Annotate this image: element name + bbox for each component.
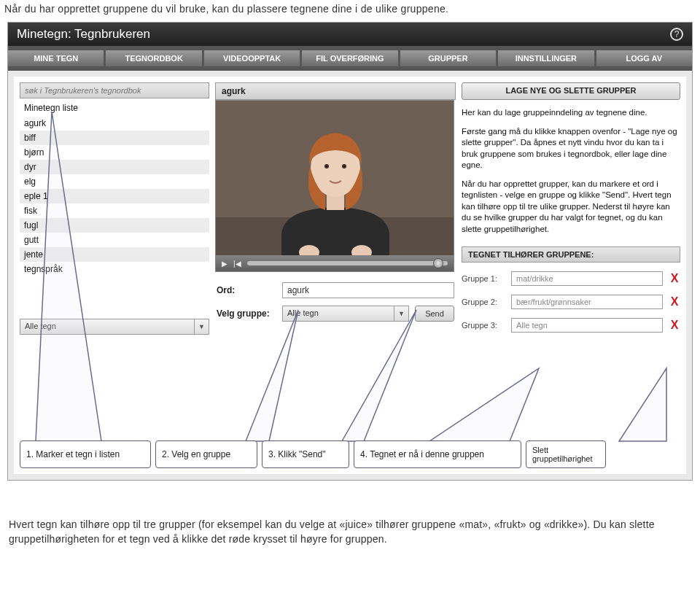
restart-icon[interactable]: |◀ <box>233 260 241 268</box>
tab-tegnordbok[interactable]: TEGNORDBOK <box>106 50 203 66</box>
scrubber-thumb[interactable] <box>433 258 443 268</box>
group-panel-title: TEGNET TILHØRER GRUPPENE: <box>462 246 680 263</box>
middle-column: agurk <box>215 82 456 335</box>
tab-filoverforing[interactable]: FIL OVERFØRING <box>302 50 400 66</box>
delete-group-icon[interactable]: X <box>669 295 680 308</box>
play-icon[interactable]: ▶ <box>222 260 228 268</box>
main-menu: MINE TEGN TEGNORDBOK VIDEOOPPTAK FIL OVE… <box>8 46 692 71</box>
page-intro-text: Når du har opprettet gruppene du vil bru… <box>0 0 700 22</box>
callout-delete: Slett gruppetilhørighet <box>526 440 606 468</box>
callout-step-4: 4. Tegnet er nå i denne gruppen <box>354 440 521 468</box>
group-row: Gruppe 2: X <box>462 295 680 309</box>
tab-innstillinger[interactable]: INNSTILLINGER <box>498 50 596 66</box>
callout-step-3: 3. Klikk "Send" <box>262 440 349 468</box>
left-column: Minetegn liste agurk biff bjørn dyr elg … <box>20 82 209 335</box>
svg-marker-11 <box>429 368 539 441</box>
list-item[interactable]: jente <box>20 247 209 262</box>
tab-grupper[interactable]: GRUPPER <box>400 50 498 66</box>
velg-gruppe-label: Velg gruppe: <box>217 308 276 319</box>
search-input[interactable] <box>20 82 209 98</box>
list-item[interactable]: dyr <box>20 160 209 174</box>
right-column: LAGE NYE OG SLETTE GRUPPER Her kan du la… <box>462 82 680 335</box>
help-paragraph: Her kan du lage gruppeinndeling av tegne… <box>462 107 680 119</box>
chevron-down-icon: ▼ <box>394 306 408 321</box>
tab-logg-av[interactable]: LOGG AV <box>596 50 692 66</box>
group-row-label: Gruppe 3: <box>462 321 505 330</box>
group-dropdown[interactable]: Alle tegn ▼ <box>282 306 409 322</box>
tab-mine-tegn[interactable]: MINE TEGN <box>8 50 106 66</box>
svg-point-4 <box>324 164 329 168</box>
group-row-value[interactable] <box>511 295 663 309</box>
svg-point-5 <box>342 164 346 168</box>
group-row-value[interactable] <box>511 271 663 286</box>
list-item[interactable]: bjørn <box>20 145 209 160</box>
list-item[interactable]: tegnspråk <box>20 262 209 276</box>
help-paragraph: Første gang må du klikke knappen ovenfor… <box>462 126 680 171</box>
list-item[interactable]: biff <box>20 131 209 145</box>
list-item[interactable]: eple 1 <box>20 189 209 203</box>
video-controls: ▶ |◀ <box>216 255 454 271</box>
help-icon[interactable]: ? <box>670 28 683 41</box>
page-outro-text: Hvert tegn kan tilhøre opp til tre grupp… <box>0 481 700 547</box>
list-item[interactable]: gutt <box>20 233 209 247</box>
callout-bar: 1. Marker et tegn i listen 2. Velg en gr… <box>20 440 680 468</box>
svg-marker-12 <box>619 368 666 441</box>
group-row: Gruppe 1: X <box>462 271 680 286</box>
assign-form: Ord: Velg gruppe: Alle tegn ▼ Send <box>215 282 456 322</box>
group-dropdown-value: Alle tegn <box>283 306 394 321</box>
delete-group-icon[interactable]: X <box>669 272 680 285</box>
app-title: Minetegn: Tegnbrukeren <box>17 27 150 42</box>
list-item[interactable]: elg <box>20 174 209 189</box>
video-player[interactable]: ▶ |◀ <box>215 100 454 272</box>
list-item[interactable]: agurk <box>20 116 209 131</box>
make-delete-groups-button[interactable]: LAGE NYE OG SLETTE GRUPPER <box>462 82 680 100</box>
callout-step-1: 1. Marker et tegn i listen <box>20 440 151 468</box>
ord-input[interactable] <box>282 282 454 298</box>
group-row-label: Gruppe 1: <box>462 274 505 283</box>
group-membership-panel: TEGNET TILHØRER GRUPPENE: Gruppe 1: X Gr… <box>462 246 680 333</box>
tab-videoopptak[interactable]: VIDEOOPPTAK <box>204 50 302 66</box>
callout-step-2: 2. Velg en gruppe <box>155 440 257 468</box>
language-dropdown[interactable]: Alle tegn ▼ <box>20 319 209 335</box>
list-item[interactable]: fisk <box>20 203 209 218</box>
group-row-label: Gruppe 2: <box>462 298 505 306</box>
list-item[interactable]: fugl <box>20 218 209 233</box>
video-title: agurk <box>215 82 456 100</box>
video-scrubber[interactable] <box>247 261 448 265</box>
workarea: Minetegn liste agurk biff bjørn dyr elg … <box>14 77 686 474</box>
chevron-down-icon: ▼ <box>194 319 209 334</box>
help-text: Her kan du lage gruppeinndeling av tegne… <box>462 107 680 235</box>
ord-label: Ord: <box>217 285 276 295</box>
send-button[interactable]: Send <box>415 306 454 322</box>
app-window: Minetegn: Tegnbrukeren ? MINE TEGN TEGNO… <box>7 22 693 481</box>
help-paragraph: Når du har opprettet grupper, kan du mar… <box>462 179 680 236</box>
sign-list-header: Minetegn liste <box>20 98 209 116</box>
group-row-value[interactable] <box>511 318 663 333</box>
titlebar: Minetegn: Tegnbrukeren ? <box>8 23 692 46</box>
delete-group-icon[interactable]: X <box>669 319 680 332</box>
language-dropdown-label: Alle tegn <box>20 319 194 334</box>
sign-list: agurk biff bjørn dyr elg eple 1 fisk fug… <box>20 116 209 276</box>
group-row: Gruppe 3: X <box>462 318 680 333</box>
